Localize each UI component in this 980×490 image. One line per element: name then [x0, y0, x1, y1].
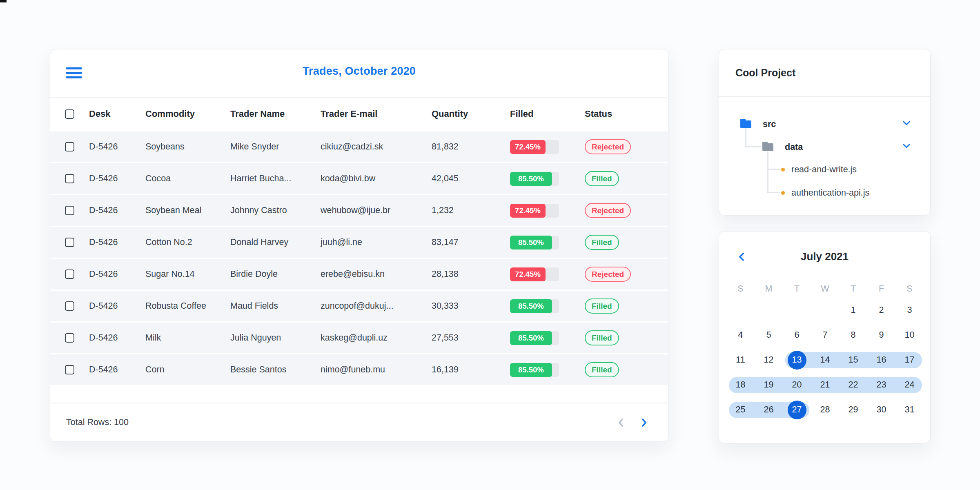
cell-quantity: 1,232 — [432, 205, 510, 216]
cell-quantity: 28,138 — [432, 269, 510, 279]
cell-trader-email: wehubow@ijue.br — [321, 205, 432, 216]
cell-desk: D-5426 — [89, 365, 145, 375]
calendar-day[interactable]: 26 — [755, 397, 783, 422]
project-tree-card: Cool Project src data read-and-write.js — [719, 49, 931, 216]
cell-commodity: Milk — [145, 333, 230, 343]
calendar-day[interactable]: 21 — [811, 372, 839, 397]
next-page-icon[interactable] — [639, 417, 648, 428]
weekday-label: F — [867, 280, 895, 298]
project-title: Cool Project — [735, 67, 795, 79]
row-checkbox[interactable] — [65, 301, 74, 311]
weekday-label: S — [895, 280, 924, 298]
calendar-day[interactable]: 11 — [726, 347, 755, 372]
tree-connector — [745, 146, 762, 147]
calendar-day[interactable]: 30 — [867, 397, 895, 422]
cell-quantity: 83,147 — [432, 237, 510, 247]
row-checkbox[interactable] — [65, 238, 74, 247]
cell-trader-email: nimo@funeb.mu — [321, 365, 432, 375]
cell-trader-email: erebe@ebisu.kn — [321, 269, 432, 279]
cell-commodity: Robusta Coffee — [145, 301, 230, 311]
calendar-day[interactable]: 25 — [726, 397, 755, 422]
calendar-day[interactable]: 5 — [755, 323, 783, 347]
file-label: authentication-api.js — [791, 188, 869, 198]
row-checkbox[interactable] — [65, 206, 74, 215]
table-row: D-5426 Milk Julia Nguyen kaskeg@dupli.uz… — [50, 321, 668, 353]
cell-commodity: Sugar No.14 — [145, 269, 230, 279]
pagination — [617, 417, 648, 428]
calendar-day — [783, 298, 811, 323]
calendar-day[interactable]: 22 — [839, 372, 867, 397]
progress-fill: 85.50% — [510, 363, 552, 377]
file-dot-icon — [781, 168, 785, 172]
cell-desk: D-5426 — [89, 174, 145, 184]
tree-item-data[interactable]: data — [762, 139, 930, 155]
cell-trader-name: Birdie Doyle — [230, 269, 321, 279]
calendar-day[interactable]: 14 — [811, 347, 839, 372]
row-checkbox[interactable] — [65, 174, 74, 183]
weekday-label: M — [755, 280, 783, 298]
table-row: D-5426 Cocoa Harriet Bucha... koda@bivi.… — [50, 162, 668, 194]
calendar-week-row: 4 5 6 7 8 9 10 — [726, 323, 923, 347]
row-checkbox[interactable] — [65, 333, 74, 343]
previous-page-icon[interactable] — [617, 417, 626, 428]
calendar-day[interactable]: 2 — [867, 298, 895, 323]
calendar-day[interactable]: 8 — [839, 323, 867, 347]
trades-table-card: Trades, October 2020 Desk Commodity Trad… — [50, 49, 668, 442]
calendar-month-title: July 2021 — [719, 250, 930, 263]
status-badge: Filled — [585, 298, 619, 314]
weekday-label: S — [726, 280, 755, 298]
tree-item-file[interactable]: read-and-write.js — [781, 162, 930, 177]
calendar-day[interactable]: 18 — [726, 372, 755, 397]
calendar-day[interactable]: 9 — [867, 323, 895, 347]
calendar-week-row: 18 19 20 21 22 23 24 — [726, 372, 923, 397]
trades-card-header: Trades, October 2020 — [50, 49, 668, 98]
row-checkbox[interactable] — [65, 142, 74, 151]
calendar-day-range-end[interactable]: 27 — [783, 397, 811, 422]
calendar-day[interactable]: 28 — [811, 397, 839, 422]
calendar-day[interactable]: 3 — [895, 298, 924, 323]
table-row: D-5426 Cotton No.2 Donald Harvey juuh@li… — [50, 226, 668, 258]
row-checkbox[interactable] — [65, 365, 74, 374]
tree-item-src[interactable]: src — [740, 116, 930, 132]
status-badge: Filled — [585, 362, 619, 378]
weekday-label: T — [783, 280, 811, 298]
column-header-commodity: Commodity — [145, 109, 230, 119]
cell-desk: D-5426 — [89, 301, 145, 311]
status-badge: Filled — [585, 330, 619, 346]
calendar-day[interactable]: 24 — [895, 372, 924, 397]
tree-item-file[interactable]: authentication-api.js — [781, 185, 930, 200]
calendar-day[interactable]: 29 — [839, 397, 867, 422]
calendar-day[interactable]: 16 — [867, 347, 895, 372]
progress-fill: 72.45% — [510, 204, 546, 218]
column-header-filled: Filled — [510, 109, 585, 119]
cell-trader-email: zuncopof@dukuj... — [321, 301, 432, 311]
calendar-day[interactable]: 12 — [755, 347, 783, 372]
calendar-day[interactable]: 7 — [811, 323, 839, 347]
calendar-day[interactable]: 10 — [895, 323, 924, 347]
calendar-day[interactable]: 4 — [726, 323, 755, 347]
column-header-quantity: Quantity — [432, 109, 510, 119]
cell-trader-name: Johnny Castro — [230, 205, 321, 216]
progress-fill: 72.45% — [510, 140, 546, 154]
calendar-day[interactable]: 20 — [783, 372, 811, 397]
calendar-day[interactable]: 17 — [895, 347, 924, 372]
weekday-label: T — [839, 280, 867, 298]
calendar-day — [811, 298, 839, 323]
cell-trader-name: Julia Nguyen — [230, 333, 321, 343]
row-checkbox[interactable] — [65, 270, 74, 279]
chevron-down-icon[interactable] — [902, 143, 911, 151]
calendar-day[interactable]: 23 — [867, 372, 895, 397]
weekday-label: W — [811, 280, 839, 298]
calendar-day-range-start[interactable]: 13 — [783, 347, 811, 372]
chevron-down-icon[interactable] — [902, 120, 911, 128]
calendar-day[interactable]: 15 — [839, 347, 867, 372]
calendar-day[interactable]: 1 — [839, 298, 867, 323]
status-badge: Filled — [585, 235, 619, 250]
select-all-checkbox[interactable] — [65, 109, 74, 119]
calendar-day — [726, 298, 755, 323]
calendar-day[interactable]: 31 — [895, 397, 924, 422]
calendar-day[interactable]: 19 — [755, 372, 783, 397]
filled-progress-bar: 72.45% — [510, 267, 559, 281]
calendar-day[interactable]: 6 — [783, 323, 811, 347]
cell-trader-email: cikiuz@cadzi.sk — [321, 142, 432, 152]
